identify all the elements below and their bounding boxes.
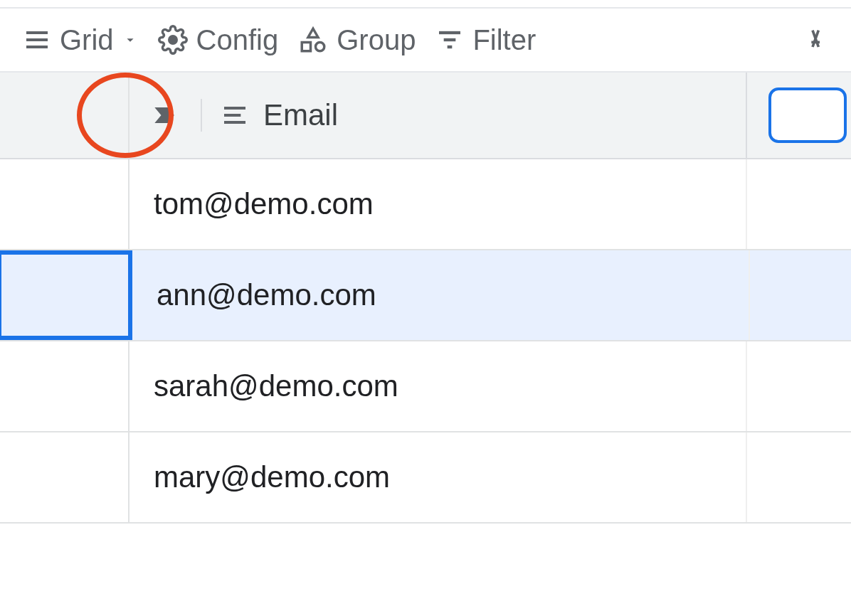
svg-rect-4 — [302, 43, 310, 51]
toolbar: Grid Config Group — [0, 7, 851, 73]
table-row[interactable]: ann@demo.com — [0, 250, 851, 341]
group-button[interactable]: Group — [298, 24, 416, 56]
row-gutter[interactable] — [0, 432, 130, 522]
sort-icon — [805, 26, 834, 54]
text-column-icon — [221, 101, 249, 129]
list-icon — [23, 26, 51, 54]
filter-icon — [435, 26, 464, 54]
cell-email[interactable]: ann@demo.com — [132, 250, 750, 340]
caret-down-icon — [122, 32, 138, 48]
svg-point-5 — [316, 43, 324, 51]
shapes-icon — [298, 25, 328, 55]
filter-button[interactable]: Filter — [435, 24, 536, 56]
view-label: Grid — [60, 24, 114, 56]
group-label: Group — [337, 24, 416, 56]
row-gutter[interactable] — [0, 341, 130, 431]
config-label: Config — [196, 24, 279, 56]
svg-point-3 — [169, 36, 176, 44]
filter-label: Filter — [472, 24, 536, 56]
table-row[interactable]: tom@demo.com — [0, 159, 851, 250]
row-header-gutter — [0, 73, 130, 158]
column-header-row: Email — [0, 73, 851, 159]
cell-email[interactable]: sarah@demo.com — [130, 341, 747, 431]
next-column-header[interactable] — [747, 73, 851, 158]
table-row[interactable]: sarah@demo.com — [0, 341, 851, 432]
table-row[interactable]: mary@demo.com — [0, 432, 851, 524]
grid-rows: tom@demo.com ann@demo.com sarah@demo.com… — [0, 159, 851, 524]
config-button[interactable]: Config — [158, 24, 279, 56]
column-header-email[interactable]: Email — [130, 73, 747, 158]
column-divider — [201, 99, 202, 132]
view-grid-dropdown[interactable]: Grid — [23, 24, 138, 56]
row-gutter[interactable] — [0, 159, 130, 249]
column-label: Email — [263, 98, 338, 132]
cell-email[interactable]: tom@demo.com — [130, 159, 747, 249]
selected-column-indicator[interactable] — [768, 87, 847, 143]
row-gutter-selected[interactable] — [0, 250, 132, 340]
expand-column-icon[interactable] — [149, 100, 181, 131]
gear-icon — [158, 25, 188, 55]
sort-button-partial[interactable] — [805, 26, 834, 54]
cell-email[interactable]: mary@demo.com — [130, 432, 747, 522]
